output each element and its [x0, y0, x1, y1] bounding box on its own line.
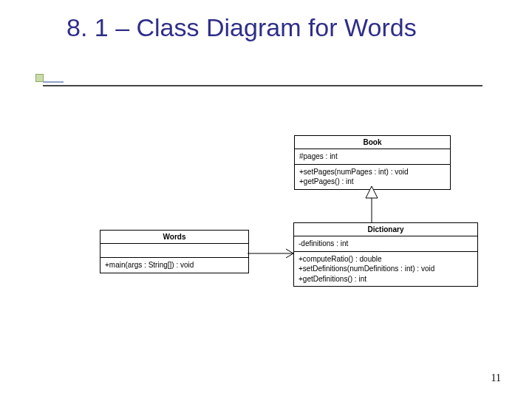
class-name: Book [295, 136, 450, 149]
page-number: 11 [491, 372, 501, 384]
uml-class-dictionary: Dictionary -definitions : int +computeRa… [293, 222, 478, 287]
class-operation: +main(args : String[]) : void [105, 260, 244, 270]
class-operation: +getPages() : int [299, 177, 446, 187]
class-operation: +computeRatio() : double [299, 254, 473, 265]
class-operation: +setDefinitions(numDefinitions : int) : … [299, 264, 473, 274]
class-operation: +getDefinitions() : int [299, 274, 473, 284]
title-rule-accent [43, 81, 64, 83]
class-name: Dictionary [294, 223, 477, 236]
class-operations: +main(args : String[]) : void [100, 258, 248, 273]
uml-connectors [0, 0, 532, 399]
class-attribute: -definitions : int [299, 239, 473, 249]
association-arrowhead [286, 249, 293, 258]
class-attributes [100, 244, 248, 258]
class-name: Words [100, 231, 248, 244]
class-attributes: -definitions : int [294, 236, 477, 252]
class-attribute: #pages : int [299, 151, 446, 162]
class-operations: +setPages(numPages : int) : void +getPag… [295, 165, 450, 189]
uml-class-book: Book #pages : int +setPages(numPages : i… [294, 135, 451, 190]
class-operations: +computeRatio() : double +setDefinitions… [294, 252, 477, 287]
page-title: 8. 1 – Class Diagram for Words [66, 13, 417, 42]
title-rule [43, 85, 482, 86]
slide: 8. 1 – Class Diagram for Words Book #pag… [0, 0, 532, 399]
uml-class-words: Words +main(args : String[]) : void [100, 230, 249, 273]
class-operation: +setPages(numPages : int) : void [299, 167, 446, 177]
class-attributes: #pages : int [295, 149, 450, 165]
